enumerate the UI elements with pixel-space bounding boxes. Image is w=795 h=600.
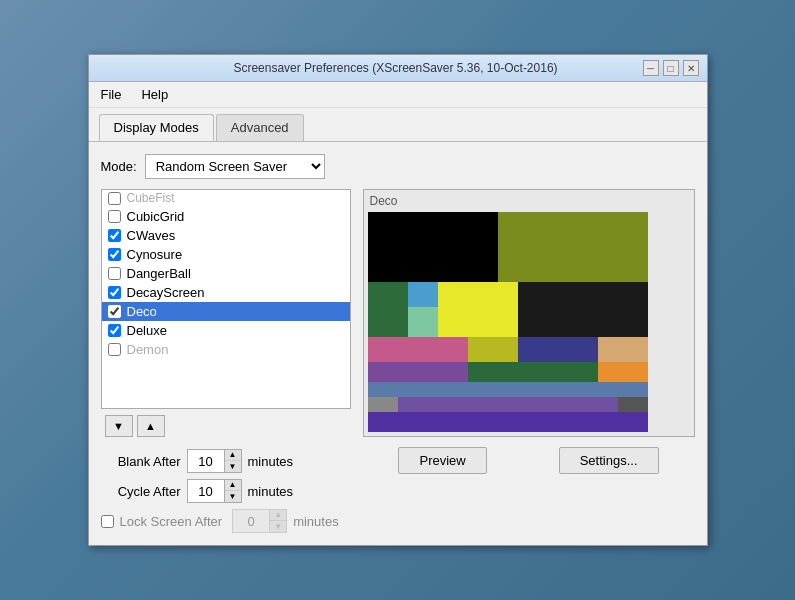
svg-rect-5: [408, 307, 438, 337]
settings-button[interactable]: Settings...: [559, 447, 659, 474]
list-item[interactable]: CubicGrid: [102, 207, 350, 226]
list-item-deco[interactable]: Deco: [102, 302, 350, 321]
svg-rect-6: [438, 282, 518, 337]
svg-rect-13: [468, 362, 598, 382]
tab-display-modes[interactable]: Display Modes: [99, 114, 214, 141]
lock-after-input: [233, 510, 269, 532]
svg-rect-19: [368, 412, 648, 432]
cycle-after-down[interactable]: ▼: [225, 491, 241, 502]
main-area: CubeFist CubicGrid CWaves Cynosure: [101, 189, 695, 533]
mode-row: Mode: Random Screen Saver One Screen Sav…: [101, 154, 695, 179]
blank-after-down[interactable]: ▼: [225, 461, 241, 472]
lock-screen-label: Lock Screen After: [120, 514, 223, 529]
checkbox-cubefist[interactable]: [108, 192, 121, 205]
svg-rect-3: [368, 282, 408, 337]
svg-rect-4: [408, 282, 438, 307]
svg-rect-14: [598, 362, 648, 382]
svg-rect-12: [368, 362, 468, 382]
lock-screen-checkbox[interactable]: [101, 515, 114, 528]
svg-rect-1: [368, 212, 498, 282]
preview-title: Deco: [368, 194, 690, 208]
svg-rect-7: [518, 282, 648, 337]
cycle-after-input[interactable]: [188, 480, 224, 502]
list-item[interactable]: CubeFist: [102, 190, 350, 207]
list-item[interactable]: Demon: [102, 340, 350, 359]
checkbox-deluxe[interactable]: [108, 324, 121, 337]
mode-label: Mode:: [101, 159, 137, 174]
screensaver-list[interactable]: CubeFist CubicGrid CWaves Cynosure: [101, 189, 351, 409]
lock-screen-row: Lock Screen After ▲ ▼ minutes: [101, 509, 351, 533]
titlebar: Screensaver Preferences (XScreenSaver 5.…: [89, 55, 707, 82]
minimize-button[interactable]: ─: [643, 60, 659, 76]
list-item[interactable]: Cynosure: [102, 245, 350, 264]
main-window: Screensaver Preferences (XScreenSaver 5.…: [88, 54, 708, 546]
blank-after-unit: minutes: [248, 454, 294, 469]
checkbox-cynosure[interactable]: [108, 248, 121, 261]
deco-preview: [368, 212, 648, 432]
checkbox-dangerball[interactable]: [108, 267, 121, 280]
cycle-after-up[interactable]: ▲: [225, 480, 241, 491]
svg-rect-15: [368, 382, 648, 397]
svg-rect-17: [398, 397, 618, 412]
list-item[interactable]: CWaves: [102, 226, 350, 245]
svg-rect-9: [468, 337, 518, 362]
scroll-up-button[interactable]: ▲: [137, 415, 165, 437]
checkbox-decayscreen[interactable]: [108, 286, 121, 299]
lock-after-up: ▲: [270, 510, 286, 521]
blank-after-label: Blank After: [101, 454, 181, 469]
tab-bar: Display Modes Advanced: [89, 108, 707, 142]
blank-after-up[interactable]: ▲: [225, 450, 241, 461]
menu-help[interactable]: Help: [137, 85, 172, 104]
cycle-after-row: Cycle After ▲ ▼ minutes: [101, 479, 351, 503]
window-title: Screensaver Preferences (XScreenSaver 5.…: [149, 61, 643, 75]
checkbox-cwaves[interactable]: [108, 229, 121, 242]
titlebar-buttons: ─ □ ✕: [643, 60, 699, 76]
blank-after-row: Blank After ▲ ▼ minutes: [101, 449, 351, 473]
menu-file[interactable]: File: [97, 85, 126, 104]
preview-box: Deco: [363, 189, 695, 437]
maximize-button[interactable]: □: [663, 60, 679, 76]
lock-after-unit: minutes: [293, 514, 339, 529]
list-panel: CubeFist CubicGrid CWaves Cynosure: [101, 189, 351, 533]
svg-rect-16: [368, 397, 398, 412]
cycle-after-spinner: ▲ ▼: [187, 479, 242, 503]
blank-after-input[interactable]: [188, 450, 224, 472]
list-item[interactable]: Deluxe: [102, 321, 350, 340]
checkbox-cubicgrid[interactable]: [108, 210, 121, 223]
close-button[interactable]: ✕: [683, 60, 699, 76]
lock-after-down: ▼: [270, 521, 286, 532]
list-item[interactable]: DecayScreen: [102, 283, 350, 302]
preview-panel: Deco: [363, 189, 695, 533]
scroll-down-button[interactable]: ▼: [105, 415, 133, 437]
checkbox-demon[interactable]: [108, 343, 121, 356]
list-item[interactable]: DangerBall: [102, 264, 350, 283]
svg-rect-11: [598, 337, 648, 362]
mode-select[interactable]: Random Screen Saver One Screen Saver Bla…: [145, 154, 325, 179]
list-arrows: ▼ ▲: [105, 415, 351, 437]
blank-after-spinner: ▲ ▼: [187, 449, 242, 473]
svg-rect-8: [368, 337, 468, 362]
preview-button[interactable]: Preview: [398, 447, 486, 474]
svg-rect-18: [618, 397, 648, 412]
content-area: Mode: Random Screen Saver One Screen Sav…: [89, 142, 707, 545]
preview-buttons: Preview Settings...: [363, 447, 695, 474]
tab-advanced[interactable]: Advanced: [216, 114, 304, 141]
cycle-after-unit: minutes: [248, 484, 294, 499]
cycle-after-label: Cycle After: [101, 484, 181, 499]
lock-after-spinner: ▲ ▼: [232, 509, 287, 533]
svg-rect-2: [498, 212, 648, 282]
checkbox-deco[interactable]: [108, 305, 121, 318]
menubar: File Help: [89, 82, 707, 108]
svg-rect-10: [518, 337, 598, 362]
bottom-controls: Blank After ▲ ▼ minutes Cycle After: [101, 449, 351, 533]
